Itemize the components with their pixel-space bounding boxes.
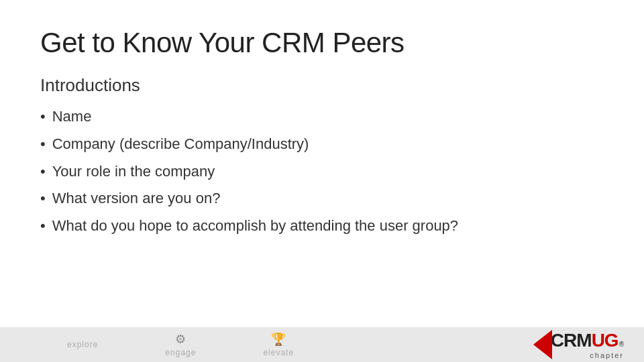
footer-item-explore: explore xyxy=(67,340,98,349)
bullet-item: •Name xyxy=(40,107,604,127)
logo-right: CRM UG ® chapter xyxy=(551,330,624,359)
bullet-dot: • xyxy=(40,134,46,155)
footer-explore-label: explore xyxy=(67,340,98,349)
bullet-text: Your role in the company xyxy=(52,162,215,182)
bullet-dot: • xyxy=(40,107,46,127)
bullet-text: What do you hope to accomplish by attend… xyxy=(52,216,458,237)
crmug-logo: CRM UG ® chapter xyxy=(533,330,624,359)
footer-item-elevate: 🏆 elevate xyxy=(263,332,294,357)
bullet-dot: • xyxy=(40,162,46,182)
logo-ug-text: UG xyxy=(592,330,619,351)
bullet-item: •Your role in the company xyxy=(40,162,604,182)
section-heading: Introductions xyxy=(40,75,604,96)
logo-registered: ® xyxy=(619,341,624,348)
bullet-item: •What do you hope to accomplish by atten… xyxy=(40,216,604,237)
bullet-dot: • xyxy=(40,188,46,209)
logo-chapter-text: chapter xyxy=(590,351,624,359)
footer-items: explore ⚙ engage 🏆 elevate xyxy=(67,332,294,357)
gear-icon: ⚙ xyxy=(175,332,186,347)
slide-title: Get to Know Your CRM Peers xyxy=(40,27,604,59)
footer-engage-label: engage xyxy=(165,348,196,357)
bullet-text: Name xyxy=(52,107,92,127)
bullet-dot: • xyxy=(40,216,46,237)
bullet-item: •Company (describe Company/Industry) xyxy=(40,134,604,155)
footer: explore ⚙ engage 🏆 elevate CRM UG ® chap… xyxy=(0,327,644,362)
bullet-list: •Name•Company (describe Company/Industry… xyxy=(40,107,604,237)
slide: Get to Know Your CRM Peers Introductions… xyxy=(0,0,644,362)
footer-item-engage: ⚙ engage xyxy=(165,332,196,357)
bullet-text: What version are you on? xyxy=(52,188,221,209)
bullet-item: •What version are you on? xyxy=(40,188,604,209)
bullet-text: Company (describe Company/Industry) xyxy=(52,134,309,155)
footer-elevate-label: elevate xyxy=(263,348,294,357)
trophy-icon: 🏆 xyxy=(271,332,286,347)
logo-crm-text: CRM xyxy=(551,330,592,351)
logo-crm-ug: CRM UG ® xyxy=(551,330,624,351)
logo-chevron-icon xyxy=(533,330,552,359)
